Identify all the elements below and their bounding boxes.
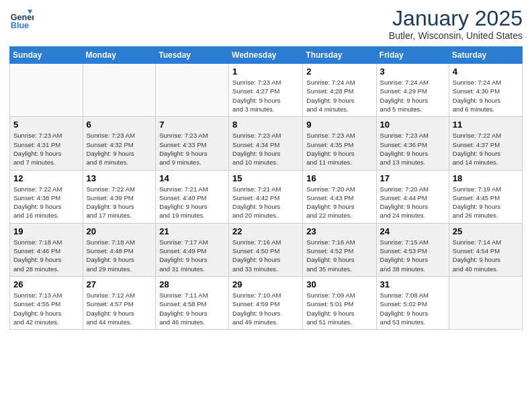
calendar-week-row: 26Sunrise: 7:13 AM Sunset: 4:55 PM Dayli… (10, 276, 523, 329)
month-title: January 2025 (389, 7, 523, 30)
day-number: 10 (380, 120, 445, 130)
day-number: 4 (453, 66, 519, 77)
day-number: 15 (232, 173, 299, 183)
col-friday: Friday (376, 47, 449, 64)
day-number: 9 (306, 120, 372, 130)
day-number: 20 (87, 226, 152, 236)
table-row: 31Sunrise: 7:08 AM Sunset: 5:02 PM Dayli… (376, 276, 449, 329)
table-row: 15Sunrise: 7:21 AM Sunset: 4:42 PM Dayli… (229, 170, 303, 223)
table-row: 20Sunrise: 7:18 AM Sunset: 4:48 PM Dayli… (83, 223, 156, 276)
table-row: 2Sunrise: 7:24 AM Sunset: 4:28 PM Daylig… (303, 64, 376, 117)
day-info: Sunrise: 7:23 AM Sunset: 4:34 PM Dayligh… (232, 131, 299, 167)
day-number: 1 (232, 66, 299, 77)
table-row (156, 64, 229, 117)
table-row: 22Sunrise: 7:16 AM Sunset: 4:50 PM Dayli… (229, 223, 303, 276)
day-number: 11 (453, 120, 519, 130)
day-number: 29 (232, 279, 299, 289)
day-info: Sunrise: 7:22 AM Sunset: 4:38 PM Dayligh… (13, 185, 79, 220)
table-row: 27Sunrise: 7:12 AM Sunset: 4:57 PM Dayli… (83, 276, 156, 329)
table-row: 10Sunrise: 7:23 AM Sunset: 4:36 PM Dayli… (376, 117, 449, 170)
table-row: 24Sunrise: 7:15 AM Sunset: 4:53 PM Dayli… (376, 223, 449, 276)
table-row (10, 64, 83, 117)
day-info: Sunrise: 7:22 AM Sunset: 4:37 PM Dayligh… (453, 131, 519, 167)
day-number: 7 (159, 120, 225, 130)
day-number: 28 (159, 279, 225, 289)
table-row: 14Sunrise: 7:21 AM Sunset: 4:40 PM Dayli… (156, 170, 229, 223)
day-number: 19 (13, 226, 79, 236)
day-info: Sunrise: 7:23 AM Sunset: 4:36 PM Dayligh… (380, 131, 445, 167)
day-number: 2 (306, 66, 372, 77)
logo-icon: General Blue (9, 7, 34, 31)
day-number: 26 (13, 279, 79, 289)
table-row: 16Sunrise: 7:20 AM Sunset: 4:43 PM Dayli… (303, 170, 376, 223)
day-info: Sunrise: 7:08 AM Sunset: 5:02 PM Dayligh… (380, 291, 445, 326)
table-row: 5Sunrise: 7:23 AM Sunset: 4:31 PM Daylig… (10, 117, 83, 170)
day-info: Sunrise: 7:17 AM Sunset: 4:49 PM Dayligh… (159, 238, 225, 273)
day-number: 18 (453, 173, 519, 183)
day-info: Sunrise: 7:09 AM Sunset: 5:01 PM Dayligh… (306, 291, 372, 326)
day-info: Sunrise: 7:18 AM Sunset: 4:48 PM Dayligh… (87, 238, 152, 273)
day-info: Sunrise: 7:24 AM Sunset: 4:29 PM Dayligh… (380, 78, 445, 113)
calendar-week-row: 5Sunrise: 7:23 AM Sunset: 4:31 PM Daylig… (10, 117, 523, 170)
table-row: 17Sunrise: 7:20 AM Sunset: 4:44 PM Dayli… (376, 170, 449, 223)
day-info: Sunrise: 7:23 AM Sunset: 4:31 PM Dayligh… (13, 131, 79, 167)
day-number: 25 (453, 226, 519, 236)
day-info: Sunrise: 7:13 AM Sunset: 4:55 PM Dayligh… (13, 291, 79, 326)
day-number: 23 (306, 226, 372, 236)
day-info: Sunrise: 7:16 AM Sunset: 4:52 PM Dayligh… (306, 238, 372, 273)
table-row: 28Sunrise: 7:11 AM Sunset: 4:58 PM Dayli… (156, 276, 229, 329)
table-row: 30Sunrise: 7:09 AM Sunset: 5:01 PM Dayli… (303, 276, 376, 329)
table-row (449, 276, 522, 329)
day-info: Sunrise: 7:12 AM Sunset: 4:57 PM Dayligh… (87, 291, 152, 326)
table-row: 26Sunrise: 7:13 AM Sunset: 4:55 PM Dayli… (10, 276, 83, 329)
day-info: Sunrise: 7:20 AM Sunset: 4:43 PM Dayligh… (306, 185, 372, 220)
calendar-week-row: 1Sunrise: 7:23 AM Sunset: 4:27 PM Daylig… (10, 64, 523, 117)
col-wednesday: Wednesday (229, 47, 303, 64)
table-row: 3Sunrise: 7:24 AM Sunset: 4:29 PM Daylig… (376, 64, 449, 117)
day-number: 3 (380, 66, 445, 77)
table-row (83, 64, 156, 117)
day-info: Sunrise: 7:23 AM Sunset: 4:35 PM Dayligh… (306, 131, 372, 167)
day-info: Sunrise: 7:16 AM Sunset: 4:50 PM Dayligh… (232, 238, 299, 273)
table-row: 19Sunrise: 7:18 AM Sunset: 4:46 PM Dayli… (10, 223, 83, 276)
day-info: Sunrise: 7:21 AM Sunset: 4:42 PM Dayligh… (232, 185, 299, 220)
day-number: 24 (380, 226, 445, 236)
table-row: 29Sunrise: 7:10 AM Sunset: 4:59 PM Dayli… (229, 276, 303, 329)
day-info: Sunrise: 7:10 AM Sunset: 4:59 PM Dayligh… (232, 291, 299, 326)
col-thursday: Thursday (303, 47, 376, 64)
table-row: 11Sunrise: 7:22 AM Sunset: 4:37 PM Dayli… (449, 117, 522, 170)
calendar-week-row: 19Sunrise: 7:18 AM Sunset: 4:46 PM Dayli… (10, 223, 523, 276)
day-info: Sunrise: 7:21 AM Sunset: 4:40 PM Dayligh… (159, 185, 225, 220)
table-row: 12Sunrise: 7:22 AM Sunset: 4:38 PM Dayli… (10, 170, 83, 223)
col-sunday: Sunday (10, 47, 83, 64)
table-row: 21Sunrise: 7:17 AM Sunset: 4:49 PM Dayli… (156, 223, 229, 276)
table-row: 7Sunrise: 7:23 AM Sunset: 4:33 PM Daylig… (156, 117, 229, 170)
day-info: Sunrise: 7:11 AM Sunset: 4:58 PM Dayligh… (159, 291, 225, 326)
table-row: 25Sunrise: 7:14 AM Sunset: 4:54 PM Dayli… (449, 223, 522, 276)
calendar-page: General Blue January 2025 Butler, Wiscon… (0, 0, 532, 411)
day-info: Sunrise: 7:18 AM Sunset: 4:46 PM Dayligh… (13, 238, 79, 273)
svg-text:Blue: Blue (11, 21, 29, 30)
table-row: 13Sunrise: 7:22 AM Sunset: 4:39 PM Dayli… (83, 170, 156, 223)
title-block: January 2025 Butler, Wisconsin, United S… (389, 7, 523, 41)
calendar-week-row: 12Sunrise: 7:22 AM Sunset: 4:38 PM Dayli… (10, 170, 523, 223)
table-row: 9Sunrise: 7:23 AM Sunset: 4:35 PM Daylig… (303, 117, 376, 170)
header: General Blue January 2025 Butler, Wiscon… (9, 7, 523, 41)
table-row: 23Sunrise: 7:16 AM Sunset: 4:52 PM Dayli… (303, 223, 376, 276)
day-info: Sunrise: 7:19 AM Sunset: 4:45 PM Dayligh… (453, 185, 519, 220)
table-row: 6Sunrise: 7:23 AM Sunset: 4:32 PM Daylig… (83, 117, 156, 170)
day-info: Sunrise: 7:14 AM Sunset: 4:54 PM Dayligh… (453, 238, 519, 273)
day-number: 8 (232, 120, 299, 130)
day-number: 12 (13, 173, 79, 183)
day-number: 17 (380, 173, 445, 183)
day-info: Sunrise: 7:24 AM Sunset: 4:30 PM Dayligh… (453, 78, 519, 113)
day-number: 22 (232, 226, 299, 236)
logo: General Blue (9, 7, 34, 31)
day-number: 14 (159, 173, 225, 183)
location: Butler, Wisconsin, United States (389, 30, 523, 41)
table-row: 8Sunrise: 7:23 AM Sunset: 4:34 PM Daylig… (229, 117, 303, 170)
day-info: Sunrise: 7:23 AM Sunset: 4:32 PM Dayligh… (87, 131, 152, 167)
day-info: Sunrise: 7:24 AM Sunset: 4:28 PM Dayligh… (306, 78, 372, 113)
day-number: 16 (306, 173, 372, 183)
col-tuesday: Tuesday (156, 47, 229, 64)
